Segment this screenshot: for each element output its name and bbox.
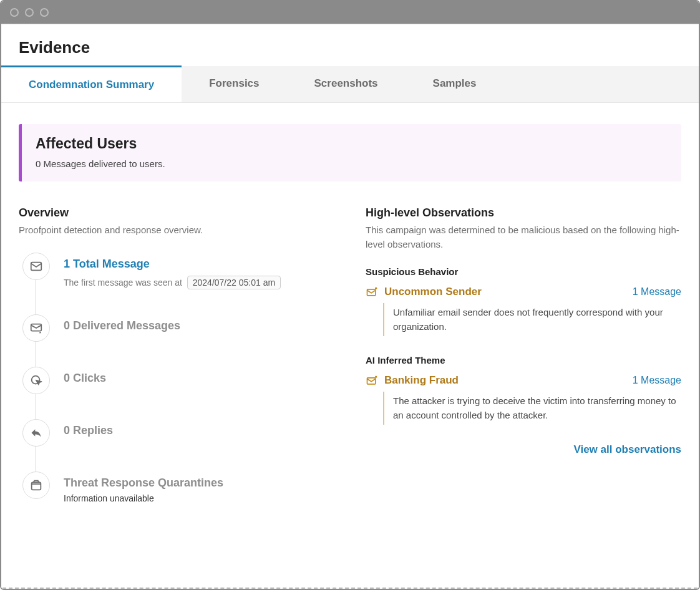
tab-forensics[interactable]: Forensics: [182, 66, 286, 102]
tab-condemnation-summary[interactable]: Condemnation Summary: [1, 65, 182, 102]
observation-count[interactable]: 1 Message: [633, 375, 681, 386]
svg-rect-3: [32, 482, 41, 490]
observation-count[interactable]: 1 Message: [633, 286, 681, 297]
replies-label: 0 Replies: [64, 424, 334, 437]
tab-bar: Condemnation Summary Forensics Screensho…: [1, 66, 699, 103]
svg-point-7: [375, 376, 377, 378]
delivered-messages-label: 0 Delivered Messages: [64, 319, 334, 332]
observation-name[interactable]: Uncommon Sender: [384, 286, 626, 298]
observations-title: High-level Observations: [366, 206, 681, 220]
first-seen-detail: The first message was seen at 2024/07/22…: [64, 276, 334, 289]
timeline-item-clicks: 0 Clicks: [22, 367, 334, 394]
window-control-maximize[interactable]: [40, 8, 49, 17]
quarantine-icon: [22, 472, 50, 499]
reply-icon: [22, 419, 50, 447]
clicks-label: 0 Clicks: [64, 372, 334, 385]
overview-section: Overview Proofpoint detection and respon…: [19, 206, 334, 510]
page-content: Evidence Condemnation Summary Forensics …: [1, 24, 699, 589]
observations-section: High-level Observations This campaign wa…: [366, 206, 681, 510]
click-icon: [22, 367, 50, 394]
total-messages-link[interactable]: 1 Total Message: [64, 258, 334, 271]
affected-users-banner: Affected Users 0 Messages delivered to u…: [19, 124, 681, 181]
bottom-divider: [2, 588, 698, 589]
quarantine-label: Threat Response Quarantines: [64, 476, 334, 490]
envelope-alert-icon: [22, 314, 50, 342]
window-control-close[interactable]: [10, 8, 19, 17]
first-seen-label: The first message was seen at: [64, 278, 182, 288]
affected-users-subtitle: 0 Messages delivered to users.: [36, 158, 668, 169]
affected-users-title: Affected Users: [36, 135, 668, 152]
timeline-item-total-messages: 1 Total Message The first message was se…: [22, 253, 334, 289]
envelope-icon: [22, 253, 50, 280]
ai-theme-heading: AI Inferred Theme: [366, 355, 681, 365]
page-title: Evidence: [1, 24, 699, 66]
observation-description: The attacker is trying to deceive the vi…: [383, 392, 681, 425]
window-titlebar: [1, 1, 699, 24]
suspicious-behavior-heading: Suspicious Behavior: [366, 266, 681, 277]
observation-banking-fraud: Banking Fraud 1 Message The attacker is …: [366, 374, 681, 425]
observation-name[interactable]: Banking Fraud: [384, 374, 626, 387]
observation-description: Unfamiliar email sender does not frequen…: [383, 303, 681, 336]
tab-samples[interactable]: Samples: [406, 66, 504, 102]
alert-mail-icon: [366, 374, 378, 387]
timeline-item-delivered: 0 Delivered Messages: [22, 314, 334, 342]
view-all-observations-link[interactable]: View all observations: [366, 443, 681, 456]
overview-title: Overview: [19, 206, 334, 220]
overview-timeline: 1 Total Message The first message was se…: [19, 253, 334, 503]
first-seen-timestamp: 2024/07/22 05:01 am: [187, 276, 281, 289]
alert-mail-icon: [366, 286, 378, 298]
observations-subtitle: This campaign was determined to be malic…: [366, 223, 681, 251]
tab-panel: Affected Users 0 Messages delivered to u…: [1, 103, 699, 588]
app-window: Evidence Condemnation Summary Forensics …: [0, 0, 700, 590]
timeline-item-replies: 0 Replies: [22, 419, 334, 447]
svg-point-5: [375, 288, 377, 289]
tab-screenshots[interactable]: Screenshots: [287, 66, 406, 102]
timeline-item-quarantine: Threat Response Quarantines Information …: [22, 472, 334, 503]
observation-uncommon-sender: Uncommon Sender 1 Message Unfamiliar ema…: [366, 286, 681, 336]
overview-subtitle: Proofpoint detection and response overvi…: [19, 223, 334, 238]
quarantine-detail: Information unavailable: [64, 493, 334, 503]
window-control-minimize[interactable]: [25, 8, 34, 17]
